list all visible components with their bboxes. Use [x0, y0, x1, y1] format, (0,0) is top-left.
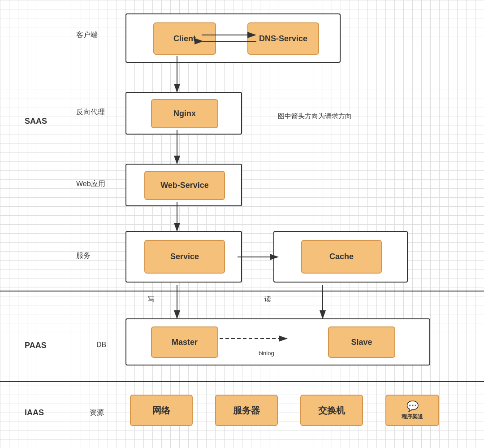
- service-label: Service: [170, 252, 199, 261]
- slave-box: Slave: [328, 326, 395, 358]
- wechat-box: 💬 程序架道: [385, 395, 439, 426]
- slave-label: Slave: [351, 338, 372, 347]
- db-container: Master binlog Slave: [125, 318, 430, 365]
- client-box: Client: [153, 22, 216, 55]
- server-label: 服务器: [233, 405, 260, 417]
- cache-box: Cache: [301, 240, 382, 274]
- web-service-label: Web-Service: [160, 181, 209, 190]
- iaas-label: IAAS: [25, 408, 44, 418]
- db-label: DB: [96, 341, 106, 349]
- wechat-icon: 💬: [406, 400, 419, 412]
- section-label-web-app: Web应用: [76, 179, 105, 189]
- diagram-note: 图中箭头方向为请求方向: [278, 112, 352, 121]
- read-label: 读: [264, 295, 271, 304]
- resource-label: 资源: [90, 408, 104, 418]
- service-container: Service: [125, 231, 242, 283]
- dns-service-label: DNS-Service: [259, 34, 307, 43]
- dns-service-box: DNS-Service: [247, 22, 319, 55]
- web-service-box: Web-Service: [144, 171, 225, 200]
- switch-box: 交换机: [300, 395, 363, 426]
- server-box: 服务器: [215, 395, 278, 426]
- section-label-service: 服务: [76, 251, 91, 261]
- client-label: Client: [173, 34, 196, 43]
- nginx-container: Nginx: [125, 92, 242, 135]
- saas-paas-divider: [0, 291, 484, 291]
- paas-label: PAAS: [25, 341, 47, 350]
- nginx-label: Nginx: [173, 109, 196, 118]
- paas-iaas-divider: [0, 381, 484, 382]
- binlog-label: binlog: [259, 350, 274, 357]
- service-box: Service: [144, 240, 225, 274]
- write-label: 写: [148, 295, 155, 304]
- master-box: Master: [151, 326, 218, 358]
- section-label-reverse-proxy: 反向代理: [76, 108, 105, 117]
- network-box: 网络: [130, 395, 193, 426]
- switch-label: 交换机: [318, 405, 345, 417]
- master-label: Master: [172, 338, 198, 347]
- saas-label: SAAS: [25, 117, 47, 126]
- nginx-box: Nginx: [151, 99, 218, 128]
- cache-label: Cache: [329, 252, 354, 261]
- network-label: 网络: [152, 405, 170, 417]
- section-label-client: 客户端: [76, 30, 98, 40]
- web-service-container: Web-Service: [125, 164, 242, 206]
- client-container: Client DNS-Service: [125, 13, 341, 63]
- cache-container: Cache: [273, 231, 408, 283]
- watermark-label: 程序架道: [402, 413, 423, 421]
